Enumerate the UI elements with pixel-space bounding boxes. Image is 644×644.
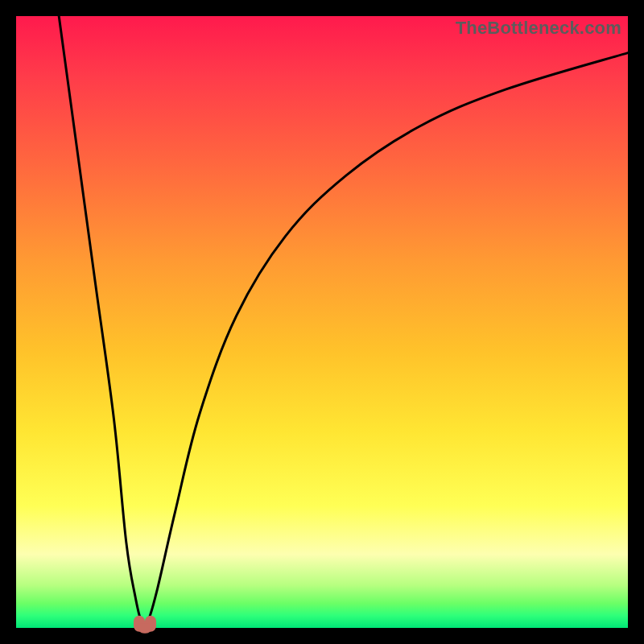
chart-frame: TheBottleneck.com xyxy=(0,0,644,644)
curve-path xyxy=(59,16,628,625)
bottleneck-curve xyxy=(16,16,628,628)
plot-area: TheBottleneck.com xyxy=(16,16,628,628)
